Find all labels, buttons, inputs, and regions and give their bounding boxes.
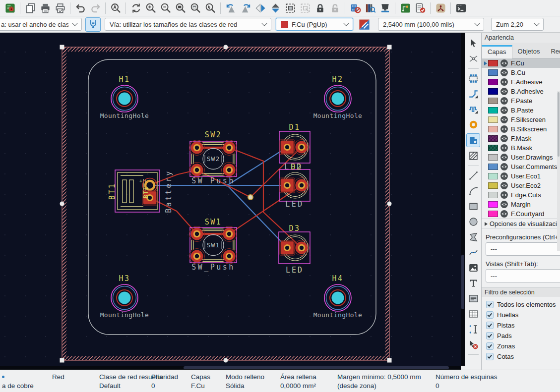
scrollbar-thumb[interactable] bbox=[461, 255, 464, 309]
visibility-eye-icon[interactable] bbox=[500, 78, 508, 86]
visibility-eye-icon[interactable] bbox=[500, 210, 508, 218]
layer-color-swatch[interactable] bbox=[488, 164, 498, 170]
filter-item-huellas[interactable]: Huellas bbox=[482, 310, 560, 320]
tune-length-button[interactable] bbox=[466, 103, 480, 116]
draw-polygon-button[interactable] bbox=[466, 230, 480, 244]
draw-line-button[interactable] bbox=[466, 169, 480, 182]
layer-row-b-mask[interactable]: B.Mask bbox=[482, 143, 560, 153]
flip-horizontal-button[interactable] bbox=[253, 1, 268, 15]
place-via-button[interactable] bbox=[466, 118, 480, 131]
layer-row-f-silkscreen[interactable]: F.Silkscreen bbox=[482, 115, 560, 124]
layer-row-b-paste[interactable]: B.Paste bbox=[482, 106, 560, 115]
visibility-eye-icon[interactable] bbox=[500, 134, 508, 143]
layer-color-swatch[interactable] bbox=[488, 154, 498, 161]
place-footprint-button[interactable] bbox=[466, 72, 480, 85]
route-tracks-button[interactable] bbox=[466, 87, 480, 101]
layer-color-swatch[interactable] bbox=[488, 107, 498, 113]
draw-rectangle-button[interactable] bbox=[466, 200, 480, 213]
redo-button[interactable] bbox=[88, 1, 103, 15]
layer-color-swatch[interactable] bbox=[488, 60, 498, 66]
visibility-eye-icon[interactable] bbox=[500, 125, 508, 133]
canvas-horizontal-scrollbar[interactable] bbox=[0, 366, 461, 370]
via-size-select[interactable]: Vía: utilizar los tamaños de las clases … bbox=[105, 18, 271, 31]
visibility-eye-icon[interactable] bbox=[500, 191, 508, 199]
layer-row-user-eco1[interactable]: User.Eco1 bbox=[482, 171, 560, 181]
scrollbar-thumb[interactable] bbox=[184, 366, 449, 369]
visibility-eye-icon[interactable] bbox=[500, 115, 508, 124]
layer-color-swatch[interactable] bbox=[488, 192, 498, 198]
mirror-vertical-button[interactable] bbox=[268, 1, 283, 15]
layer-row-f-mask[interactable]: F.Mask bbox=[482, 134, 560, 143]
visibility-eye-icon[interactable] bbox=[500, 106, 508, 114]
filter-item-zonas[interactable]: Zonas bbox=[482, 341, 560, 351]
scripting-console-button[interactable] bbox=[453, 1, 468, 15]
checkbox[interactable] bbox=[486, 353, 494, 360]
footprint-browser-button[interactable] bbox=[363, 1, 377, 15]
delete-tool-button[interactable] bbox=[466, 338, 480, 351]
layer-row-f-cu[interactable]: F.Cu bbox=[482, 58, 560, 68]
layer-row-f-adhesive[interactable]: F.Adhesive bbox=[482, 77, 560, 87]
zoom-select[interactable]: Zum 2,20 bbox=[491, 18, 544, 31]
zoom-out-button[interactable] bbox=[158, 1, 173, 15]
zoom-fit-objects-button[interactable] bbox=[188, 1, 203, 15]
visibility-eye-icon[interactable] bbox=[500, 97, 508, 105]
zoom-fit-page-button[interactable] bbox=[173, 1, 188, 15]
rule-area-button[interactable] bbox=[466, 149, 480, 163]
viewer-3d-button[interactable] bbox=[377, 1, 392, 15]
layer-row-b-adhesive[interactable]: B.Adhesive bbox=[482, 87, 560, 96]
visibility-eye-icon[interactable] bbox=[500, 87, 508, 96]
net-inspector-button[interactable] bbox=[433, 1, 448, 15]
layer-color-swatch[interactable] bbox=[488, 145, 498, 151]
layer-row-f-courtyard[interactable]: F.Courtyard bbox=[482, 209, 560, 219]
ungroup-button[interactable] bbox=[298, 1, 312, 15]
draw-bezier-button[interactable] bbox=[466, 246, 480, 259]
active-layer-select[interactable]: F.Cu (PgUp) bbox=[276, 18, 353, 31]
display-options-header[interactable]: Opciones de visualización bbox=[482, 219, 560, 229]
layer-color-swatch[interactable] bbox=[488, 79, 498, 85]
dimension-button[interactable] bbox=[466, 323, 480, 336]
layer-color-swatch[interactable] bbox=[488, 211, 498, 217]
layer-pair-icon[interactable] bbox=[357, 17, 372, 32]
place-textbox-button[interactable] bbox=[466, 292, 480, 305]
undo-button[interactable] bbox=[73, 1, 88, 15]
rotate-ccw-button[interactable] bbox=[223, 1, 238, 15]
place-text-button[interactable] bbox=[466, 277, 480, 290]
layer-color-swatch[interactable] bbox=[488, 182, 498, 189]
checkbox[interactable] bbox=[486, 332, 494, 339]
canvas-vertical-scrollbar[interactable] bbox=[461, 33, 465, 366]
layer-color-swatch[interactable] bbox=[488, 201, 498, 208]
visibility-eye-icon[interactable] bbox=[500, 181, 508, 190]
visibility-eye-icon[interactable] bbox=[500, 172, 508, 180]
layer-color-swatch[interactable] bbox=[488, 135, 498, 142]
copy-pages-button[interactable] bbox=[23, 1, 38, 15]
rotate-cw-button[interactable] bbox=[238, 1, 253, 15]
tab-objetos[interactable]: Objetos bbox=[512, 45, 546, 58]
draw-arc-button[interactable] bbox=[466, 184, 480, 198]
visibility-eye-icon[interactable] bbox=[500, 163, 508, 171]
plot-button[interactable] bbox=[53, 1, 67, 15]
checkbox[interactable] bbox=[486, 301, 494, 308]
update-pcb-from-schematic-button[interactable] bbox=[398, 1, 413, 15]
via[interactable] bbox=[248, 195, 253, 200]
group-button[interactable] bbox=[283, 1, 298, 15]
layer-row-b-cu[interactable]: B.Cu bbox=[482, 68, 560, 77]
tab-capas[interactable]: Capas bbox=[482, 45, 512, 58]
draw-zone-button[interactable] bbox=[466, 133, 480, 147]
panel-scrollbar[interactable] bbox=[557, 91, 560, 251]
layer-color-swatch[interactable] bbox=[488, 98, 498, 104]
layer-color-swatch[interactable] bbox=[488, 88, 498, 95]
auto-track-width-button[interactable] bbox=[85, 17, 101, 32]
unlock-button[interactable] bbox=[327, 1, 342, 15]
layer-row-user-eco2[interactable]: User.Eco2 bbox=[482, 181, 560, 190]
filter-item-pistas[interactable]: Pistas bbox=[482, 320, 560, 331]
track-width-select[interactable]: a: usar el ancho de clase de red bbox=[0, 18, 82, 31]
search-button[interactable] bbox=[108, 1, 123, 15]
select-tool-button[interactable] bbox=[466, 37, 480, 50]
layer-row-edge-cuts[interactable]: Edge.Cuts bbox=[482, 190, 560, 200]
filter-item-pads[interactable]: Pads bbox=[482, 331, 560, 341]
checkbox[interactable] bbox=[486, 322, 494, 329]
zoom-in-button[interactable] bbox=[143, 1, 158, 15]
grid-select[interactable]: 2,5400 mm (100,00 mils) bbox=[378, 18, 484, 31]
pcb-canvas[interactable]: H1 MountingHole H2 MountingHole H3 Mount… bbox=[0, 33, 461, 366]
place-image-button[interactable] bbox=[466, 261, 480, 275]
